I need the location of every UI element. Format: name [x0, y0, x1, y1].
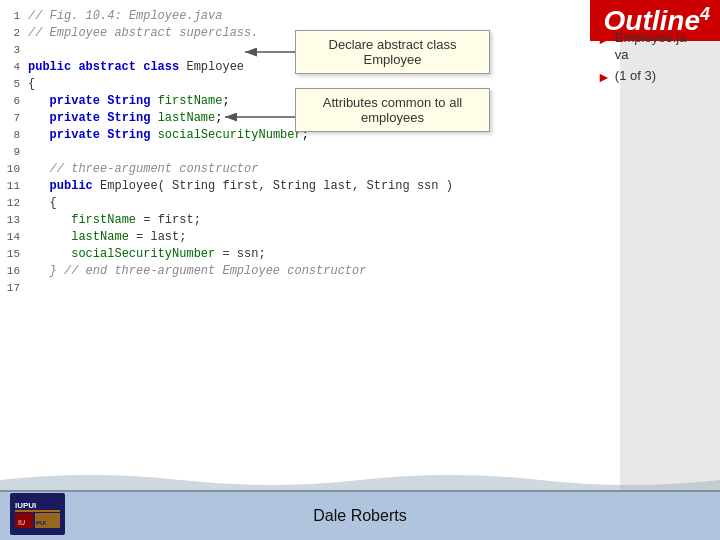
bullet-arrow-icon-1: ► — [597, 31, 611, 47]
footer-name: Dale Roberts — [313, 507, 406, 525]
code-line-12: 12 { — [0, 195, 620, 212]
code-text: } // end three-argument Employee constru… — [28, 263, 366, 280]
line-num: 11 — [0, 178, 28, 195]
panel-text-2: (1 of 3) — [615, 68, 656, 85]
line-num: 4 — [0, 59, 28, 76]
arrow-attrs — [220, 107, 300, 127]
code-text: public Employee( String first, String la… — [28, 178, 453, 195]
line-num: 2 — [0, 25, 28, 42]
code-line-17: 17 — [0, 280, 620, 297]
code-text: // Fig. 10.4: Employee.java — [28, 8, 222, 25]
line-num: 7 — [0, 110, 28, 127]
tooltip-declare-line2: Employee — [364, 52, 422, 67]
right-panel-item-2: ► (1 of 3) — [597, 68, 712, 85]
line-num: 16 — [0, 263, 28, 280]
code-line-15: 15 socialSecurityNumber = ssn; — [0, 246, 620, 263]
code-text: lastName = last; — [28, 229, 186, 246]
code-text: private String socialSecurityNumber; — [28, 127, 309, 144]
line-num: 6 — [0, 93, 28, 110]
line-num: 8 — [0, 127, 28, 144]
code-text: // Employee abstract superclass. — [28, 25, 258, 42]
line-num: 17 — [0, 280, 28, 297]
svg-text:PUI: PUI — [36, 520, 46, 526]
bottom-bar: IUPUI IU PUI Dale Roberts — [0, 490, 720, 540]
svg-text:IUPUI: IUPUI — [15, 501, 36, 510]
code-text: public abstract class Employee — [28, 59, 244, 76]
wave-decoration — [0, 470, 720, 490]
line-num: 1 — [0, 8, 28, 25]
code-text — [28, 144, 35, 161]
code-text — [28, 42, 35, 59]
code-text: { — [28, 76, 35, 93]
code-text: private String lastName; — [28, 110, 222, 127]
code-line-11: 11 public Employee( String first, String… — [0, 178, 620, 195]
tooltip-attrs-line1: Attributes common to all — [323, 95, 462, 110]
code-text: // three-argument constructor — [28, 161, 258, 178]
tooltip-attrs: Attributes common to all employees — [295, 88, 490, 132]
line-num: 3 — [0, 42, 28, 59]
right-panel: ► Employee.java ► (1 of 3) — [597, 30, 712, 89]
line-num: 12 — [0, 195, 28, 212]
right-panel-item-1: ► Employee.java — [597, 30, 712, 64]
line-num: 10 — [0, 161, 28, 178]
tooltip-declare-line1: Declare abstract class — [329, 37, 457, 52]
code-line-10: 10 // three-argument constructor — [0, 161, 620, 178]
line-num: 15 — [0, 246, 28, 263]
code-text: firstName = first; — [28, 212, 201, 229]
panel-text-1: Employee.java — [615, 30, 687, 64]
tooltip-attrs-line2: employees — [361, 110, 424, 125]
code-text: socialSecurityNumber = ssn; — [28, 246, 266, 263]
code-text — [28, 280, 35, 297]
svg-text:IU: IU — [18, 519, 25, 526]
code-text: private String firstName; — [28, 93, 230, 110]
line-num: 9 — [0, 144, 28, 161]
line-num: 13 — [0, 212, 28, 229]
code-line-9: 9 — [0, 144, 620, 161]
line-num: 5 — [0, 76, 28, 93]
code-text: { — [28, 195, 57, 212]
bullet-arrow-icon-2: ► — [597, 69, 611, 85]
outline-number: 4 — [700, 4, 710, 24]
code-line-14: 14 lastName = last; — [0, 229, 620, 246]
main-area: 1 // Fig. 10.4: Employee.java 2 // Emplo… — [0, 0, 720, 490]
line-num: 14 — [0, 229, 28, 246]
tooltip-declare: Declare abstract class Employee — [295, 30, 490, 74]
iupui-logo: IUPUI IU PUI — [10, 493, 65, 535]
code-line-13: 13 firstName = first; — [0, 212, 620, 229]
code-line-1: 1 // Fig. 10.4: Employee.java — [0, 8, 620, 25]
code-line-16: 16 } // end three-argument Employee cons… — [0, 263, 620, 280]
arrow-declare — [240, 42, 300, 62]
